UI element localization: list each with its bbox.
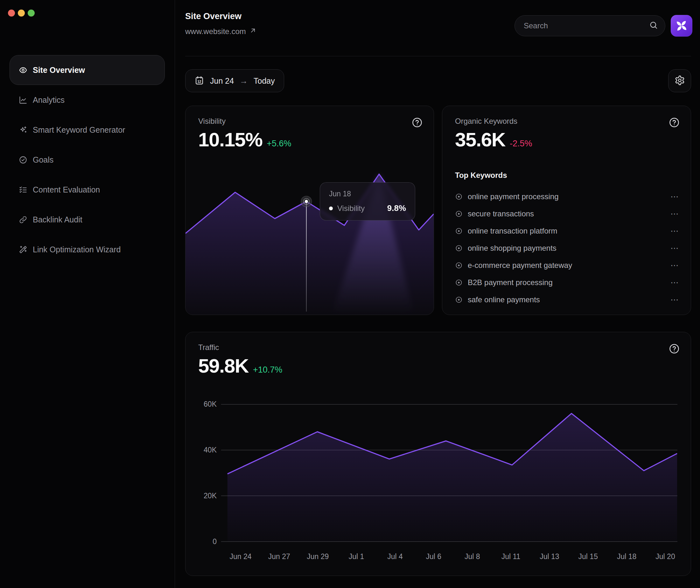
sidebar-item-site-overview[interactable]: Site Overview — [10, 55, 165, 85]
keyword-row[interactable]: online transaction platform⋯ — [455, 222, 679, 240]
x-axis-tick: Jul 20 — [655, 552, 675, 561]
y-axis-tick: 40K — [192, 446, 217, 454]
app-logo-button[interactable] — [671, 15, 692, 37]
x-axis-tick: Jul 8 — [465, 552, 480, 561]
sidebar-item-smart-keyword-generator[interactable]: Smart Keyword Generator — [10, 115, 165, 145]
x-axis-tick: Jul 6 — [426, 552, 442, 561]
gear-icon — [675, 75, 685, 86]
sidebar-divider — [175, 0, 175, 588]
sidebar-item-label: Goals — [33, 155, 53, 165]
keyword-more-button[interactable]: ⋯ — [670, 261, 679, 270]
sidebar-item-label: Link Optimization Wizard — [33, 245, 121, 254]
link-icon — [19, 215, 27, 224]
keyword-more-button[interactable]: ⋯ — [670, 192, 679, 202]
hover-marker — [301, 196, 312, 207]
x-axis-tick: Jul 11 — [501, 552, 521, 561]
keyword-row[interactable]: secure transactions⋯ — [455, 205, 679, 222]
search-input[interactable] — [515, 21, 649, 30]
sidebar-item-backlink-audit[interactable]: Backlink Audit — [10, 205, 165, 235]
x-axis-tick: Jun 24 — [229, 552, 251, 561]
keyword-more-button[interactable]: ⋯ — [670, 226, 679, 236]
domain-text: www.website.com — [185, 27, 246, 36]
visibility-card-title: Visibility — [198, 117, 226, 126]
tooltip-value: 9.8% — [387, 203, 406, 213]
sidebar-item-label: Content Evaluation — [33, 185, 100, 194]
sidebar-nav: Site OverviewAnalyticsSmart Keyword Gene… — [10, 55, 165, 264]
visibility-value: 10.15% — [198, 128, 262, 151]
keyword-label: online transaction platform — [468, 227, 557, 235]
window-zoom-button[interactable] — [28, 10, 35, 17]
traffic-axis-labels: 020K40K60KJun 24Jun 27Jun 29Jul 1Jul 4Ju… — [185, 332, 691, 576]
date-start: Jun 24 — [210, 76, 234, 86]
keyword-more-button[interactable]: ⋯ — [670, 278, 679, 288]
keyword-more-button[interactable]: ⋯ — [670, 209, 679, 219]
chart-line-icon — [19, 96, 27, 104]
window-minimize-button[interactable] — [18, 10, 25, 17]
x-axis-tick: Jul 4 — [387, 552, 403, 561]
sidebar: Site OverviewAnalyticsSmart Keyword Gene… — [0, 0, 175, 588]
eye-icon — [19, 66, 27, 74]
traffic-card: Traffic 59.8K +10.7% 020K40K60KJun 24Jun… — [185, 332, 691, 576]
organic-keywords-card-title: Organic Keywords — [455, 117, 517, 126]
circle-dot-icon — [455, 227, 463, 235]
help-icon[interactable] — [669, 117, 680, 128]
settings-button[interactable] — [668, 69, 691, 92]
pinwheel-logo-icon — [675, 19, 688, 32]
search-icon — [649, 21, 665, 31]
keyword-label: safe online payments — [468, 295, 540, 304]
arrow-up-right-icon — [249, 27, 257, 34]
y-axis-tick: 60K — [192, 400, 217, 409]
keyword-row[interactable]: e-commerce payment gateway⋯ — [455, 257, 679, 274]
external-link-icon — [249, 27, 257, 36]
keyword-row[interactable]: online shopping payments⋯ — [455, 240, 679, 257]
chart-tooltip: Jun 18 Visibility 9.8% — [320, 182, 415, 221]
x-axis-tick: Jun 29 — [307, 552, 329, 561]
keyword-label: B2B payment processing — [468, 278, 553, 287]
tooltip-series-dot — [329, 207, 333, 210]
sidebar-item-label: Analytics — [33, 95, 65, 105]
x-axis-tick: Jun 27 — [268, 552, 290, 561]
circle-dot-icon — [455, 296, 463, 304]
keyword-row[interactable]: safe online payments⋯ — [455, 291, 679, 308]
visibility-delta: +5.6% — [267, 139, 291, 149]
keyword-more-button[interactable]: ⋯ — [670, 295, 679, 305]
y-axis-tick: 20K — [192, 492, 217, 500]
help-icon — [411, 117, 423, 128]
list-checks-icon — [19, 185, 27, 194]
svg-text:12: 12 — [197, 79, 201, 83]
circle-dot-icon — [455, 210, 463, 218]
help-icon[interactable] — [411, 117, 423, 128]
circle-dot-icon — [455, 193, 463, 200]
tooltip-date: Jun 18 — [329, 190, 406, 198]
keyword-row[interactable]: B2B payment processing⋯ — [455, 274, 679, 291]
date-range-picker[interactable]: 12 Jun 24 → Today — [185, 69, 284, 92]
sidebar-item-label: Backlink Audit — [33, 215, 82, 224]
keyword-label: online payment processing — [468, 192, 559, 201]
goal-icon — [19, 156, 27, 164]
x-axis-tick: Jul 1 — [349, 552, 364, 561]
keyword-row[interactable]: online payment processing⋯ — [455, 188, 679, 205]
search-icon — [649, 21, 658, 30]
keyword-label: secure transactions — [468, 209, 534, 218]
keyword-label: online shopping payments — [468, 244, 557, 253]
circle-dot-icon — [455, 244, 463, 252]
sidebar-item-link-optimization-wizard[interactable]: Link Optimization Wizard — [10, 235, 165, 264]
x-axis-tick: Jul 13 — [540, 552, 559, 561]
header-divider — [185, 56, 691, 56]
window-close-button[interactable] — [8, 10, 15, 17]
search-box — [515, 15, 665, 36]
organic-keywords-value: 35.6K — [455, 128, 505, 151]
sidebar-item-analytics[interactable]: Analytics — [10, 85, 165, 115]
sidebar-item-content-evaluation[interactable]: Content Evaluation — [10, 175, 165, 205]
domain-link[interactable]: www.website.com — [185, 27, 257, 36]
calendar-icon: 12 — [194, 75, 204, 85]
calendar-icon: 12 — [194, 75, 204, 87]
visibility-card: Visibility 10.15% +5.6% Jun 18 Visibilit… — [185, 106, 434, 315]
help-icon — [669, 343, 680, 354]
x-axis-tick: Jul 15 — [578, 552, 598, 561]
help-icon[interactable] — [669, 343, 680, 354]
sidebar-item-goals[interactable]: Goals — [10, 145, 165, 175]
top-keywords-list: online payment processing⋯secure transac… — [455, 188, 679, 308]
keyword-more-button[interactable]: ⋯ — [670, 243, 679, 253]
top-keywords-header: Top Keywords — [455, 171, 507, 180]
